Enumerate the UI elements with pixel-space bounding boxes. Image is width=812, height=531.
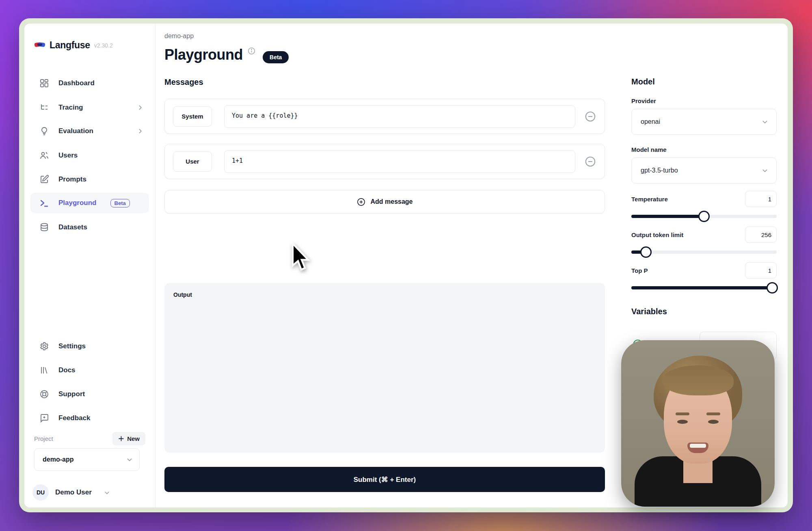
message-plus-icon <box>39 413 50 424</box>
output-panel: Output <box>164 283 605 453</box>
sidebar-item-dashboard[interactable]: Dashboard <box>30 73 149 93</box>
sidebar-item-users[interactable]: Users <box>30 145 149 166</box>
variables-heading: Variables <box>631 307 667 316</box>
project-section: Project New <box>34 432 145 445</box>
app-version: v2.30.2 <box>94 42 113 49</box>
add-message-button[interactable]: Add message <box>164 190 605 214</box>
chevron-down-icon <box>126 456 133 463</box>
info-icon[interactable] <box>248 47 255 56</box>
logo-row[interactable]: Langfuse v2.30.2 <box>34 40 113 51</box>
tracing-icon <box>39 102 50 113</box>
minus-circle-icon <box>584 110 596 123</box>
messages-heading: Messages <box>164 78 203 87</box>
remove-message-button[interactable] <box>584 155 596 168</box>
user-menu[interactable]: DU Demo User <box>32 484 110 501</box>
model-heading: Model <box>631 77 655 86</box>
top-p-slider[interactable] <box>631 286 777 289</box>
main-content: demo-app Playground Beta Messages System… <box>164 24 605 507</box>
submit-button[interactable]: Submit (⌘ + Enter) <box>164 467 605 492</box>
slider-handle[interactable] <box>698 211 710 222</box>
sidebar-item-datasets[interactable]: Datasets <box>30 217 149 237</box>
slider-handle[interactable] <box>640 246 652 258</box>
user-name: Demo User <box>55 488 92 496</box>
message-row-system: System You are a {{role}} <box>164 99 605 134</box>
beta-badge-outline: Beta <box>110 199 130 207</box>
chevron-down-icon <box>762 119 768 125</box>
sidebar-item-feedback[interactable]: Feedback <box>30 408 149 428</box>
model-name-label: Model name <box>631 146 667 153</box>
provider-select[interactable]: openai <box>631 109 777 135</box>
model-name-select[interactable]: gpt-3.5-turbo <box>631 158 777 183</box>
library-icon <box>39 365 50 376</box>
prompts-icon <box>39 174 50 185</box>
sidebar-item-prompts[interactable]: Prompts <box>30 169 149 190</box>
sidebar-item-playground[interactable]: Playground Beta <box>30 193 149 213</box>
users-icon <box>39 150 50 161</box>
message-input[interactable]: You are a {{role}} <box>224 105 575 128</box>
project-select[interactable]: demo-app <box>34 448 140 471</box>
sidebar-item-tracing[interactable]: Tracing <box>30 97 149 118</box>
role-button[interactable]: User <box>173 151 212 172</box>
plus-circle-icon <box>356 197 366 207</box>
brand-name: Langfuse <box>50 40 90 51</box>
chevron-down-icon <box>762 167 768 174</box>
chevron-right-icon <box>137 128 143 134</box>
person-hair-fringe <box>662 365 734 395</box>
message-input[interactable]: 1+1 <box>224 150 575 173</box>
temperature-slider[interactable] <box>631 215 777 218</box>
provider-label: Provider <box>631 97 656 104</box>
avatar: DU <box>32 484 49 501</box>
sidebar-item-settings[interactable]: Settings <box>30 336 149 356</box>
plus-icon <box>118 436 124 442</box>
top-p-label: Top P <box>631 267 648 274</box>
sidebar-item-docs[interactable]: Docs <box>30 360 149 380</box>
lightbulb-icon <box>39 126 50 137</box>
webcam-overlay <box>621 340 775 507</box>
top-p-value-input[interactable] <box>745 262 777 278</box>
output-label: Output <box>173 291 192 298</box>
temperature-label: Temperature <box>631 196 668 203</box>
gear-icon <box>39 341 50 352</box>
beta-badge: Beta <box>263 51 289 63</box>
output-token-limit-label: Output token limit <box>631 231 683 238</box>
sidebar-item-support[interactable]: Support <box>30 384 149 404</box>
minus-circle-icon <box>584 155 596 168</box>
page-title: Playground <box>164 46 243 63</box>
role-button[interactable]: System <box>173 106 212 127</box>
temperature-value-input[interactable] <box>745 191 777 207</box>
new-project-button[interactable]: New <box>112 432 145 445</box>
sidebar: Langfuse v2.30.2 Dashboard Tracing <box>24 24 155 507</box>
chevron-down-icon <box>104 490 110 496</box>
project-label: Project <box>34 435 53 442</box>
langfuse-logo-icon <box>34 40 45 51</box>
slider-handle[interactable] <box>767 282 778 294</box>
output-token-limit-value-input[interactable] <box>745 227 777 243</box>
terminal-icon <box>39 198 50 209</box>
mouse-cursor <box>290 243 311 274</box>
lifebuoy-icon <box>39 389 50 400</box>
remove-message-button[interactable] <box>584 110 596 123</box>
message-row-user: User 1+1 <box>164 144 605 179</box>
dashboard-icon <box>39 78 50 89</box>
chevron-right-icon <box>137 104 143 111</box>
database-icon <box>39 222 50 233</box>
output-token-limit-slider[interactable] <box>631 250 777 254</box>
breadcrumb[interactable]: demo-app <box>164 32 194 40</box>
sidebar-item-evaluation[interactable]: Evaluation <box>30 121 149 141</box>
